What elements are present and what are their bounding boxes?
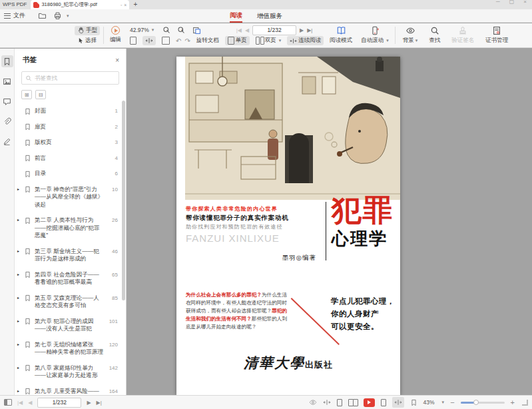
fit-width-icon[interactable] (142, 36, 156, 45)
expand-all-button[interactable]: ⊞ (21, 90, 32, 99)
resize-grip-icon[interactable] (522, 400, 528, 406)
double-page-button[interactable]: 双页▾ (253, 36, 284, 45)
status-page-input[interactable] (37, 398, 81, 408)
bookmark-item[interactable]: ▸ 第五章 艾森克理论——人格变态究竟有多可怕 85 (15, 290, 119, 314)
expand-arrow-icon[interactable]: ▸ (17, 342, 19, 346)
bookmark-item[interactable]: ▸ 第四章 社会危险因子——看看谁的犯罪概率最高 65 (15, 267, 119, 290)
signature-panel-icon[interactable] (1, 135, 13, 147)
bookmark-item[interactable]: ▸ 第一章 神奇的“罪恶”引力——从风靡全球的《越狱》谈起 10 (15, 182, 119, 213)
status-first-page-icon[interactable]: |◀ (17, 400, 23, 406)
sidebar-scrollbar[interactable] (122, 101, 125, 300)
bookmark-item[interactable]: ▸ 第三章 斯金纳主义——犯罪行为是这样形成的 46 (15, 244, 119, 267)
bookmark-item[interactable]: ▸ 版权页 3 (15, 135, 119, 151)
sidebar-close-icon[interactable]: × (115, 57, 119, 64)
rotate-doc-button[interactable]: 旋转文档 (194, 36, 222, 45)
background-button[interactable]: 背景▾ (399, 25, 422, 45)
bookmark-status-icon[interactable] (410, 399, 417, 406)
bookmark-item[interactable]: ▸ 第九章 儿童受害风险——别担心，看好你的孩子 164 (15, 384, 119, 396)
prev-page-icon[interactable]: ◀ (245, 27, 249, 33)
bookmark-item[interactable]: ▸ 扉页 2 (15, 119, 119, 135)
expand-arrow-icon[interactable]: ▸ (17, 217, 19, 222)
file-menu[interactable]: 文件 (13, 11, 25, 20)
zoom-select[interactable]: 42.97%▾ (127, 26, 156, 34)
toggle-sidebar-icon[interactable] (4, 399, 12, 406)
bookmark-item[interactable]: ▸ 前言 4 (15, 151, 119, 167)
open-file-button[interactable] (38, 11, 47, 20)
hamburger-menu-icon[interactable] (4, 13, 11, 19)
expand-arrow-icon[interactable]: ▸ (17, 388, 19, 393)
bookmark-item[interactable]: ▸ 封面 1 (15, 103, 119, 119)
bookmark-item[interactable]: ▸ 目录 6 (15, 166, 119, 182)
status-prev-page-icon[interactable]: ◀ (28, 400, 32, 406)
double-page-status-icon[interactable] (348, 399, 358, 406)
bookmark-item[interactable]: ▸ 第八章 家庭烙印性暴力——让家庭暴力无处遁形 142 (15, 360, 119, 384)
status-zoom-value[interactable]: 43% (423, 399, 435, 406)
tab-value-services[interactable]: 增值服务 (257, 9, 282, 23)
collapse-all-button[interactable]: ⊟ (35, 90, 46, 99)
expand-arrow-icon[interactable]: ▸ (17, 187, 19, 191)
continuous-read-button[interactable]: 连续阅读 (287, 36, 324, 45)
read-mode-button[interactable]: 阅读模式 (327, 36, 355, 45)
expand-arrow-icon[interactable]: ▸ (17, 272, 19, 276)
fit-window-icon[interactable] (190, 25, 204, 35)
bookmark-search-box[interactable] (21, 71, 119, 85)
attachments-panel-icon[interactable] (1, 115, 13, 127)
thumbnails-panel-icon[interactable] (1, 75, 13, 87)
read-mode-play-button[interactable] (364, 398, 375, 407)
zoom-slider[interactable] (461, 402, 505, 404)
bookmarks-panel-icon[interactable] (1, 55, 13, 67)
expand-arrow-icon[interactable]: ▸ (17, 318, 19, 323)
zoom-dropdown-icon[interactable]: ▾ (442, 400, 445, 405)
continuous-status-icon[interactable] (392, 397, 404, 408)
close-icon[interactable]: × (523, 0, 527, 5)
tab-pin-icon[interactable]: ◦ (121, 3, 122, 7)
page-number-input[interactable] (252, 25, 296, 35)
comments-panel-icon[interactable] (1, 95, 13, 107)
first-page-icon[interactable]: |◀ (236, 27, 242, 33)
edit-button[interactable]: 编辑 (107, 35, 124, 45)
auto-scroll-icon[interactable] (370, 26, 380, 35)
zoom-out-status-icon[interactable]: − (450, 398, 454, 406)
zoom-in-icon[interactable]: + (174, 25, 186, 35)
play-button[interactable] (111, 26, 120, 35)
eye-protect-icon[interactable] (309, 398, 317, 406)
status-last-page-icon[interactable]: ▶| (97, 400, 102, 406)
tab-close-icon[interactable]: × (124, 3, 127, 7)
find-button[interactable]: 查找 (425, 25, 444, 45)
tab-read[interactable]: 阅读 (230, 9, 242, 23)
status-next-page-icon[interactable]: ▶ (87, 400, 91, 406)
auto-scroll-button[interactable]: 自动滚动▾ (358, 36, 392, 45)
redo-icon[interactable]: ↷ (184, 37, 190, 45)
last-page-icon[interactable]: ▶| (307, 27, 312, 33)
bookmark-search-input[interactable] (35, 75, 115, 81)
book-icon[interactable] (336, 26, 346, 35)
zoom-in-status-icon[interactable]: + (511, 398, 515, 406)
zoom-slider-thumb[interactable] (473, 400, 479, 405)
certificate-manage-button[interactable]: 证书管理 (481, 25, 512, 45)
expand-arrow-icon[interactable]: ▸ (17, 365, 19, 370)
print-button[interactable] (53, 11, 62, 20)
fit-width-status-icon[interactable] (323, 398, 331, 406)
undo-icon[interactable]: ↶ (176, 37, 181, 45)
actual-size-icon[interactable] (159, 36, 172, 45)
document-tab[interactable]: 3186980_犯罪心理学.pdf ◦ × (31, 0, 129, 9)
restore-icon[interactable]: ▢ (509, 0, 515, 5)
pdf-page-cover[interactable]: 带你探索人类非常危险的内心世界 帮你读懂犯罪分子的真实作案动机 助你找到应对和预… (176, 57, 400, 395)
zoom-out-icon[interactable]: − (160, 25, 171, 35)
fit-page-status-icon[interactable] (381, 399, 386, 406)
quickbar-dropdown-icon[interactable]: ▾ (67, 13, 69, 19)
next-page-icon[interactable]: ▶ (300, 27, 304, 33)
select-tool-button[interactable]: 选择 (75, 36, 100, 45)
expand-arrow-icon[interactable]: ▸ (17, 248, 19, 253)
bookmark-item[interactable]: ▸ 第六章 犯罪心理的成因——没有人天生是罪犯 101 (15, 314, 119, 337)
single-page-status-icon[interactable] (337, 399, 342, 406)
fit-page-icon[interactable] (127, 36, 139, 45)
new-tab-button[interactable]: + (129, 0, 141, 9)
minimize-icon[interactable]: ─ (496, 0, 500, 5)
single-page-button[interactable]: 单页 (225, 36, 250, 45)
bookmark-item[interactable]: ▸ 第七章 无组织情绪紧张——精神失常者的犯罪原理 120 (15, 337, 119, 360)
expand-arrow-icon[interactable]: ▸ (17, 295, 19, 300)
hand-tool-button[interactable]: 手型 (75, 26, 100, 35)
bookmark-icon (24, 155, 31, 162)
bookmark-item[interactable]: ▸ 第二章 人类本性与行为——挖掘潜藏心底的“犯罪恶魔” 26 (15, 212, 119, 244)
